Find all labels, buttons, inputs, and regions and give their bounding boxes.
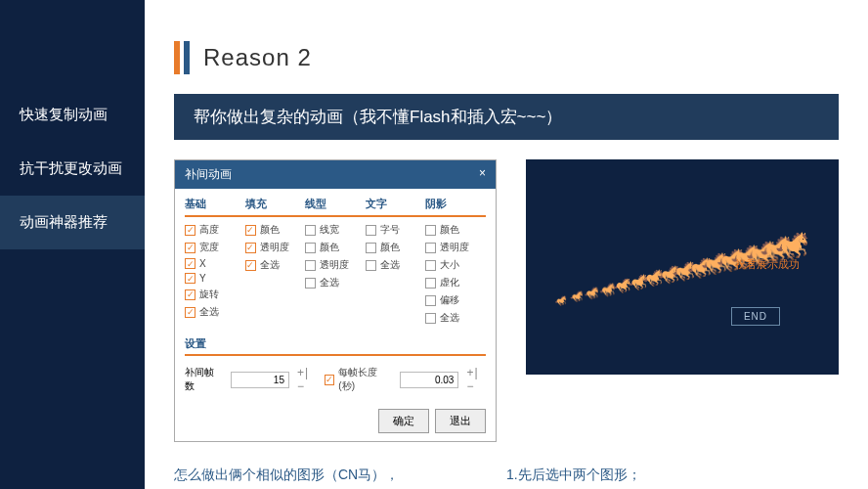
preview-panel: 🐎🐎🐎🐎🐎🐎🐎🐎🐎🐎🐎🐎🐎🐎🐎🐎 祝君展示成功 END	[526, 159, 839, 375]
checkbox[interactable]	[305, 278, 316, 289]
page-title: Reason 2	[203, 44, 312, 71]
frames-input[interactable]	[231, 372, 289, 388]
checkbox-label: X	[199, 258, 206, 269]
checkbox-label: 透明度	[260, 241, 289, 254]
sidebar-item-recommend[interactable]: 动画神器推荐	[0, 196, 145, 249]
checkbox[interactable]	[305, 225, 316, 236]
checkbox-label: 字号	[380, 223, 400, 237]
checkbox[interactable]	[425, 260, 436, 271]
checkbox-label: 颜色	[380, 241, 400, 254]
sidebar-item-modify[interactable]: 抗干扰更改动画	[0, 142, 145, 196]
checkbox-label: 大小	[440, 258, 459, 272]
arrow-icon: ➡	[428, 464, 487, 489]
checkbox[interactable]	[185, 289, 195, 300]
ok-button[interactable]: 确定	[378, 409, 429, 433]
checkbox[interactable]	[185, 243, 195, 253]
end-button[interactable]: END	[731, 307, 780, 326]
checkbox-label: 偏移	[440, 293, 459, 307]
sidebar: 快速复制动画 抗干扰更改动画 动画神器推荐	[0, 0, 145, 489]
checkbox-label: 全选	[199, 305, 219, 319]
checkbox-label: 颜色	[440, 223, 459, 237]
checkbox-label: 全选	[260, 258, 280, 272]
duration-spinner-icon[interactable]: +|−	[466, 366, 486, 393]
checkbox[interactable]	[425, 313, 436, 324]
duration-checkbox[interactable]	[325, 375, 335, 385]
checkbox[interactable]	[245, 260, 256, 271]
checkbox[interactable]	[245, 225, 256, 236]
checkbox-label: 全选	[380, 258, 400, 272]
checkbox-label: 透明度	[440, 241, 469, 254]
settings-header: 设置	[185, 336, 486, 356]
close-icon[interactable]: ×	[479, 166, 486, 183]
column-header: 文字	[366, 197, 426, 217]
duration-input[interactable]	[400, 372, 458, 388]
checkbox-label: 全选	[440, 311, 459, 325]
column-header: 阴影	[425, 197, 486, 217]
checkbox[interactable]	[366, 243, 376, 253]
checkbox[interactable]	[366, 225, 376, 236]
checkbox[interactable]	[305, 243, 316, 253]
tween-dialog: 补间动画 × 基础高度宽度XY旋转全选填充颜色透明度全选线型线宽颜色透明度全选文…	[174, 159, 497, 442]
dialog-title: 补间动画	[185, 166, 232, 183]
checkbox[interactable]	[185, 258, 195, 269]
checkbox-label: 颜色	[320, 241, 339, 254]
checkbox-label: 透明度	[320, 258, 349, 272]
question-text: 怎么做出俩个相似的图形（CN马），从一个到另一个的一帧一帧的动画?	[174, 464, 409, 489]
checkbox[interactable]	[305, 260, 316, 271]
checkbox[interactable]	[366, 260, 376, 271]
checkbox[interactable]	[425, 243, 436, 253]
checkbox-label: 旋转	[199, 288, 219, 301]
checkbox[interactable]	[425, 278, 436, 289]
checkbox-label: Y	[199, 273, 206, 284]
main-content: Reason 2 帮你做出复杂的动画（我不懂Flash和插入宏~~~） 补间动画…	[145, 0, 868, 489]
column-header: 线型	[305, 197, 366, 217]
column-header: 填充	[245, 197, 306, 217]
checkbox-label: 高度	[199, 223, 219, 237]
preview-text: 祝君展示成功	[735, 257, 800, 272]
checkbox[interactable]	[185, 307, 195, 318]
duration-label: 每帧长度(秒)	[338, 366, 392, 393]
sidebar-item-copy[interactable]: 快速复制动画	[0, 88, 145, 142]
checkbox-label: 全选	[320, 276, 339, 289]
checkbox[interactable]	[425, 295, 436, 306]
frames-spinner-icon[interactable]: +|−	[297, 366, 317, 393]
checkbox-label: 线宽	[320, 223, 339, 237]
checkbox[interactable]	[245, 243, 256, 253]
frames-label: 补间帧数	[185, 366, 223, 393]
subtitle-banner: 帮你做出复杂的动画（我不懂Flash和插入宏~~~）	[174, 94, 839, 140]
column-header: 基础	[185, 197, 245, 217]
checkbox-label: 虚化	[440, 276, 459, 289]
cancel-button[interactable]: 退出	[435, 409, 486, 433]
checkbox[interactable]	[425, 225, 436, 236]
checkbox[interactable]	[185, 273, 195, 284]
checkbox[interactable]	[185, 225, 195, 236]
checkbox-label: 宽度	[199, 241, 219, 254]
checkbox-label: 颜色	[260, 223, 280, 237]
title-bars-icon	[174, 41, 190, 74]
answer-text: 1.先后选中两个图形； 2.点击补间动画，设置好参数（如图左），即可看到很多图~…	[506, 464, 839, 489]
